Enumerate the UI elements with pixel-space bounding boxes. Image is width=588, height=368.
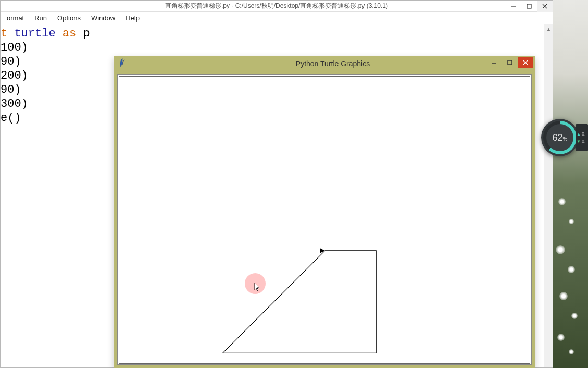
gauge-circle[interactable]: 62%: [541, 119, 579, 156]
gauge-inner: 62%: [546, 124, 573, 151]
menu-format[interactable]: ormat: [2, 13, 29, 23]
turtle-canvas-inner: [119, 76, 530, 364]
svg-rect-1: [527, 4, 531, 8]
editor-titlebar[interactable]: 直角梯形变普通梯形.py - C:/Users/秋明/Desktop/直角梯形变…: [1, 1, 553, 12]
minimize-icon: [492, 60, 497, 65]
close-icon: [542, 4, 547, 9]
maximize-button[interactable]: [521, 1, 537, 12]
editor-title: 直角梯形变普通梯形.py - C:/Users/秋明/Desktop/直角梯形变…: [1, 2, 553, 10]
gauge-upload: ▲0.: [577, 131, 587, 137]
turtle-title: Python Turtle Graphics: [130, 59, 535, 68]
turtle-minimize-button[interactable]: [486, 57, 502, 68]
code-line-4: 200): [1, 69, 28, 82]
code-area[interactable]: t turtle as p 100) 90) 200) 90) 300) e(): [1, 24, 90, 125]
menu-window[interactable]: Window: [86, 13, 120, 23]
system-gauge-widget[interactable]: 62% ▲0. ▼0.: [541, 119, 588, 156]
turtle-body: [114, 71, 535, 368]
arrow-down-icon: ▼: [577, 139, 581, 144]
code-line-5: 90): [1, 83, 21, 96]
scroll-up-icon[interactable]: ▲: [544, 24, 553, 33]
gauge-download: ▼0.: [577, 139, 587, 144]
turtle-graphics-window: Python Turtle Graphics: [114, 56, 535, 368]
arrow-up-icon: ▲: [577, 132, 581, 137]
code-line-3: 90): [1, 55, 21, 68]
close-button[interactable]: [537, 1, 553, 12]
desktop-background: [553, 0, 588, 368]
editor-window-controls: [506, 1, 553, 12]
turtle-titlebar[interactable]: Python Turtle Graphics: [114, 56, 535, 71]
minimize-icon: [511, 4, 516, 9]
turtle-close-button[interactable]: [518, 57, 533, 68]
code-line-2: 100): [1, 41, 28, 54]
close-icon: [523, 60, 528, 65]
minimize-button[interactable]: [506, 1, 521, 12]
turtle-maximize-button[interactable]: [502, 57, 518, 68]
code-line-7: e(): [1, 112, 21, 125]
turtle-canvas: [117, 74, 532, 365]
maximize-icon: [527, 4, 532, 9]
turtle-window-controls: [486, 57, 533, 68]
svg-rect-5: [508, 60, 512, 65]
turtle-app-icon: [119, 58, 126, 69]
editor-menubar: ormat Run Options Window Help: [1, 12, 553, 24]
svg-marker-8: [320, 248, 325, 253]
menu-run[interactable]: Run: [29, 13, 52, 23]
editor-scrollbar[interactable]: ▲: [544, 24, 553, 367]
gauge-net-panel: ▲0. ▼0.: [576, 124, 588, 151]
code-line-6: 300): [1, 97, 28, 111]
gauge-value: 62%: [553, 132, 568, 143]
menu-options[interactable]: Options: [52, 13, 86, 23]
menu-help[interactable]: Help: [120, 13, 145, 23]
maximize-icon: [507, 60, 512, 65]
code-line-1: t turtle as p: [1, 27, 90, 40]
turtle-drawing: [119, 77, 530, 363]
